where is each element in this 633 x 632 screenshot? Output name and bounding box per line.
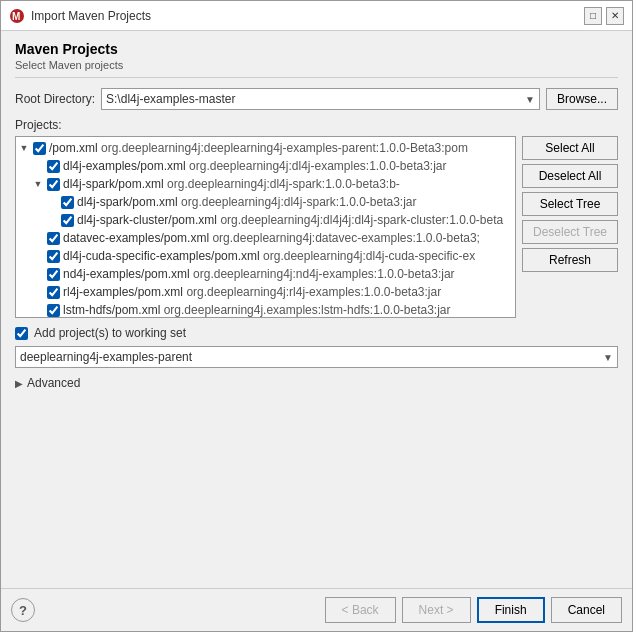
minimize-button[interactable]: □	[584, 7, 602, 25]
toggle-icon	[32, 160, 44, 172]
next-button[interactable]: Next >	[402, 597, 471, 623]
toggle-icon	[46, 214, 58, 226]
working-set-combo[interactable]: deeplearning4j-examples-parent ▼	[15, 346, 618, 368]
projects-tree[interactable]: ▼ /pom.xml org.deeplearning4j:deeplearni…	[15, 136, 516, 318]
item-checkbox[interactable]	[61, 214, 74, 227]
help-button[interactable]: ?	[11, 598, 35, 622]
back-button[interactable]: < Back	[325, 597, 396, 623]
window-title: Import Maven Projects	[31, 9, 151, 23]
list-item[interactable]: datavec-examples/pom.xml org.deeplearnin…	[16, 229, 516, 247]
maven-icon: M	[9, 8, 25, 24]
item-text: dl4j-spark/pom.xml org.deeplearning4j:dl…	[77, 195, 417, 209]
root-directory-combo[interactable]: S:\dl4j-examples-master ▼	[101, 88, 540, 110]
list-item[interactable]: rl4j-examples/pom.xml org.deeplearning4j…	[16, 283, 516, 301]
root-directory-row: Root Directory: S:\dl4j-examples-master …	[15, 88, 618, 110]
advanced-row[interactable]: ▶ Advanced	[15, 376, 618, 390]
combo-arrow-icon: ▼	[525, 94, 535, 105]
item-text: /pom.xml org.deeplearning4j:deeplearning…	[49, 141, 468, 155]
item-text: lstm-hdfs/pom.xml org.deeplearning4j.exa…	[63, 303, 451, 317]
close-button[interactable]: ✕	[606, 7, 624, 25]
item-checkbox[interactable]	[47, 250, 60, 263]
toggle-icon	[32, 286, 44, 298]
deselect-all-button[interactable]: Deselect All	[522, 164, 618, 188]
item-text: datavec-examples/pom.xml org.deeplearnin…	[63, 231, 480, 245]
select-all-button[interactable]: Select All	[522, 136, 618, 160]
item-checkbox[interactable]	[47, 160, 60, 173]
root-directory-value: S:\dl4j-examples-master	[106, 92, 235, 106]
help-icon: ?	[19, 603, 27, 618]
working-set-combo-row: deeplearning4j-examples-parent ▼	[15, 346, 618, 368]
item-checkbox[interactable]	[47, 178, 60, 191]
titlebar-left: M Import Maven Projects	[9, 8, 151, 24]
toggle-icon	[32, 268, 44, 280]
list-item[interactable]: ▼ dl4j-spark/pom.xml org.deeplearning4j:…	[16, 175, 516, 193]
list-item[interactable]: nd4j-examples/pom.xml org.deeplearning4j…	[16, 265, 516, 283]
working-set-label: Add project(s) to working set	[34, 326, 186, 340]
item-checkbox[interactable]	[61, 196, 74, 209]
item-text: nd4j-examples/pom.xml org.deeplearning4j…	[63, 267, 455, 281]
item-checkbox[interactable]	[47, 232, 60, 245]
content: Maven Projects Select Maven projects Roo…	[1, 31, 632, 588]
root-directory-label: Root Directory:	[15, 92, 95, 106]
list-item[interactable]: ▼ /pom.xml org.deeplearning4j:deeplearni…	[16, 139, 516, 157]
window: M Import Maven Projects □ ✕ Maven Projec…	[0, 0, 633, 632]
item-checkbox[interactable]	[47, 268, 60, 281]
browse-button[interactable]: Browse...	[546, 88, 618, 110]
advanced-label: Advanced	[27, 376, 80, 390]
titlebar: M Import Maven Projects □ ✕	[1, 1, 632, 31]
item-checkbox[interactable]	[33, 142, 46, 155]
toggle-icon	[32, 250, 44, 262]
list-item[interactable]: dl4j-cuda-specific-examples/pom.xml org.…	[16, 247, 516, 265]
select-tree-button[interactable]: Select Tree	[522, 192, 618, 216]
page-title: Maven Projects	[15, 41, 618, 57]
projects-label: Projects:	[15, 118, 618, 132]
main-area: ▼ /pom.xml org.deeplearning4j:deeplearni…	[15, 136, 618, 318]
refresh-button[interactable]: Refresh	[522, 248, 618, 272]
list-item[interactable]: lstm-hdfs/pom.xml org.deeplearning4j.exa…	[16, 301, 516, 318]
footer-buttons: < Back Next > Finish Cancel	[325, 597, 622, 623]
deselect-tree-button[interactable]: Deselect Tree	[522, 220, 618, 244]
titlebar-controls: □ ✕	[584, 7, 624, 25]
cancel-button[interactable]: Cancel	[551, 597, 622, 623]
item-text: dl4j-spark-cluster/pom.xml org.deeplearn…	[77, 213, 503, 227]
finish-button[interactable]: Finish	[477, 597, 545, 623]
list-item[interactable]: dl4j-spark/pom.xml org.deeplearning4j:dl…	[16, 193, 516, 211]
svg-text:M: M	[12, 11, 20, 22]
list-item[interactable]: dl4j-examples/pom.xml org.deeplearning4j…	[16, 157, 516, 175]
item-text: dl4j-cuda-specific-examples/pom.xml org.…	[63, 249, 475, 263]
toggle-icon	[32, 304, 44, 316]
advanced-toggle-icon: ▶	[15, 378, 23, 389]
working-set-checkbox[interactable]	[15, 327, 28, 340]
toggle-icon[interactable]: ▼	[18, 142, 30, 154]
item-checkbox[interactable]	[47, 286, 60, 299]
item-checkbox[interactable]	[47, 304, 60, 317]
combo-arrow-icon: ▼	[603, 352, 613, 363]
working-set-row: Add project(s) to working set	[15, 326, 618, 340]
item-text: dl4j-examples/pom.xml org.deeplearning4j…	[63, 159, 447, 173]
item-text: dl4j-spark/pom.xml org.deeplearning4j:dl…	[63, 177, 400, 191]
toggle-icon	[46, 196, 58, 208]
toggle-icon[interactable]: ▼	[32, 178, 44, 190]
toggle-icon	[32, 232, 44, 244]
page-subtitle: Select Maven projects	[15, 59, 618, 78]
list-item[interactable]: dl4j-spark-cluster/pom.xml org.deeplearn…	[16, 211, 516, 229]
side-buttons: Select All Deselect All Select Tree Dese…	[522, 136, 618, 318]
item-text: rl4j-examples/pom.xml org.deeplearning4j…	[63, 285, 441, 299]
working-set-value: deeplearning4j-examples-parent	[20, 350, 192, 364]
footer: ? < Back Next > Finish Cancel	[1, 588, 632, 631]
tree-scroll-inner: ▼ /pom.xml org.deeplearning4j:deeplearni…	[16, 137, 516, 318]
